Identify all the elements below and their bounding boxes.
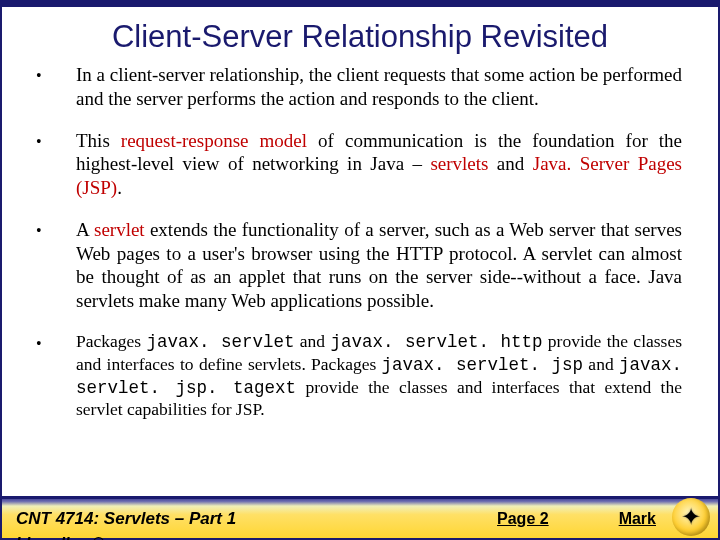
pegasus-icon: ✦ [681,505,701,529]
text-run-emphasis: servlet [94,219,145,240]
text-run: In a client-server relationship, the cli… [76,64,682,109]
bullet-item: A servlet extends the functionality of a… [36,218,682,313]
bullet-text: This request-response model of communica… [76,129,682,200]
text-run: extends the functionality of a server, s… [76,219,682,311]
text-run-code: javax. servlet [146,332,294,352]
bullet-item: This request-response model of communica… [36,129,682,200]
slide-content: In a client-server relationship, the cli… [2,61,718,496]
slide-title: Client-Server Relationship Revisited [2,7,718,61]
slide: Client-Server Relationship Revisited In … [0,0,720,540]
slide-footer: CNT 4714: Servlets – Part 1 Page 2 Mark … [2,496,718,538]
text-run: and [583,354,619,374]
logo-disc: ✦ [672,498,710,536]
bullet-item: In a client-server relationship, the cli… [36,63,682,111]
text-run: Packages [76,331,146,351]
footer-author: Mark [619,510,656,528]
bullet-text: Packages javax. servlet and javax. servl… [76,331,682,422]
bullet-text: In a client-server relationship, the cli… [76,63,682,111]
footer-course: CNT 4714: Servlets – Part 1 [16,509,497,529]
text-run: . [117,177,122,198]
text-run-code: javax. servlet. jsp [382,355,583,375]
footer-page: Page 2 [497,510,549,528]
ucf-logo: ✦ [672,498,710,536]
text-run-code: javax. servlet. http [330,332,542,352]
text-run-emphasis: servlets [430,153,488,174]
text-run: and [294,331,330,351]
footer-copyright: Llewellyn © [2,535,104,540]
text-run: This [76,130,121,151]
text-run: and [488,153,532,174]
text-run-emphasis: request-response model [121,130,307,151]
bullet-list: In a client-server relationship, the cli… [36,63,682,421]
bullet-text: A servlet extends the functionality of a… [76,218,682,313]
text-run: A [76,219,94,240]
bullet-item: Packages javax. servlet and javax. servl… [36,331,682,422]
